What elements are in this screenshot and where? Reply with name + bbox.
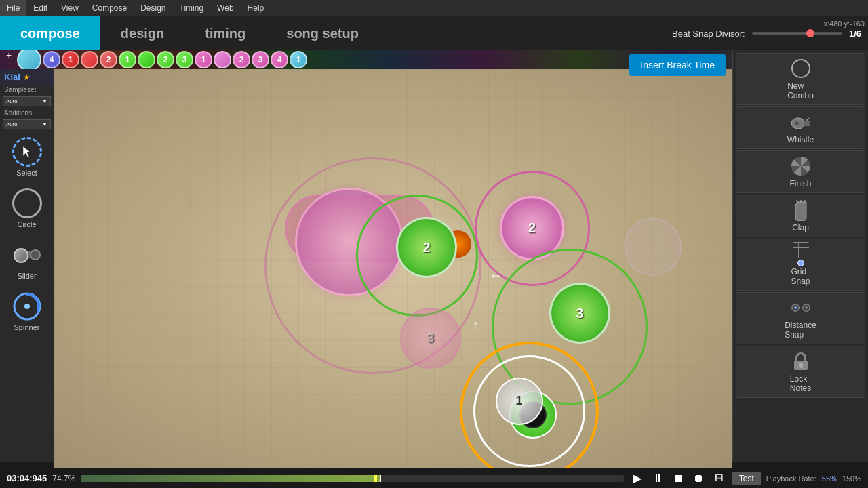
- menu-file[interactable]: File: [0, 0, 26, 16]
- tl-circle-4[interactable]: 2: [100, 51, 117, 68]
- grid-snap-dot: [797, 260, 804, 266]
- tl-circle-5[interactable]: 1: [119, 51, 136, 68]
- select-dashed-circle: [12, 137, 42, 167]
- insert-break-button[interactable]: Insert Break Time: [629, 54, 726, 76]
- hit-circle-pink-1[interactable]: [295, 188, 403, 296]
- finish-button[interactable]: Finish: [736, 150, 865, 193]
- timeline-progress-fill: [81, 475, 379, 482]
- tl-circle-10[interactable]: [214, 51, 231, 68]
- menu-view[interactable]: View: [54, 0, 85, 16]
- hit-circle-pink-2[interactable]: 2: [500, 196, 564, 260]
- tl-circle-11[interactable]: 2: [233, 51, 250, 68]
- spinner-tool[interactable]: Spinner: [0, 285, 54, 337]
- cursor-svg: [20, 145, 34, 159]
- timeline-cursor: [380, 475, 381, 482]
- finish-icon: [790, 155, 812, 177]
- sampleset-dropdown[interactable]: Auto ▼: [3, 96, 51, 106]
- spinner-inner-content: 1: [496, 378, 564, 445]
- editor-canvas[interactable]: 2 2 3 3 1: [54, 69, 732, 468]
- beatsnap-slider[interactable]: [752, 32, 842, 35]
- tl-circle-3[interactable]: [81, 51, 98, 68]
- test-button[interactable]: Test: [732, 472, 761, 485]
- new-combo-button[interactable]: NewCombo: [736, 53, 865, 105]
- beatsnap-panel: x:480 y:-160 Beat Snap Divisor: 1/6: [665, 16, 868, 50]
- menu-compose[interactable]: Compose: [85, 0, 134, 16]
- tl-circle-0[interactable]: [17, 50, 41, 69]
- kiai-star-icon: ★: [23, 73, 31, 82]
- tl-circle-14[interactable]: 1: [290, 51, 307, 68]
- tl-circle-2[interactable]: 1: [62, 51, 79, 68]
- whistle-icon: [790, 111, 812, 133]
- svg-line-6: [806, 118, 809, 121]
- play-button[interactable]: ▶: [629, 470, 646, 487]
- menu-web[interactable]: Web: [210, 0, 240, 16]
- grid-snap-button[interactable]: GridSnap: [736, 239, 865, 291]
- select-tool[interactable]: Select: [0, 131, 54, 182]
- spinner-svg: [12, 291, 42, 321]
- whistle-svg: [790, 114, 812, 130]
- distance-snap-icon: [790, 297, 812, 319]
- bottom-bar: 03:04:945 74.7% ▶ ⏸ ⏹ ⏺ 🎞 Test Playback …: [0, 468, 868, 488]
- time-display: 03:04:945: [7, 473, 47, 483]
- hit-circle-green-2[interactable]: 2: [396, 217, 457, 278]
- tab-design[interactable]: design: [100, 16, 184, 50]
- tl-circle-12[interactable]: 3: [252, 51, 269, 68]
- menu-edit[interactable]: Edit: [26, 0, 54, 16]
- new-combo-circle-icon: [791, 59, 810, 78]
- slider-tool-icon: [12, 239, 43, 270]
- lock-arc: [795, 352, 806, 361]
- kiai-label: Kiai: [4, 72, 20, 82]
- tl-circle-9[interactable]: 1: [195, 51, 212, 68]
- clap-icon: [790, 199, 812, 221]
- clap-label: Clap: [792, 223, 809, 232]
- svg-marker-0: [23, 146, 31, 157]
- bottom-timeline[interactable]: [81, 475, 624, 482]
- sampleset-label: Sampleset: [0, 85, 54, 95]
- menu-design[interactable]: Design: [134, 0, 172, 16]
- pause-button[interactable]: ⏸: [650, 470, 666, 487]
- distance-svg: [790, 300, 812, 316]
- menu-help[interactable]: Help: [241, 0, 271, 16]
- grid-snap-icon: [790, 243, 812, 265]
- coordinates-display: x:480 y:-160: [823, 20, 865, 28]
- stop-button[interactable]: ⏹: [670, 470, 686, 487]
- lock-keyhole: [799, 363, 803, 368]
- tl-circle-13[interactable]: 4: [271, 51, 288, 68]
- circle-shape: [12, 188, 42, 218]
- beatsnap-value: 1/6: [849, 28, 861, 39]
- hit-circle-pink-3-ghost: 3: [400, 308, 461, 369]
- tl-circle-1[interactable]: 4: [43, 51, 60, 68]
- tl-circle-7[interactable]: 2: [157, 51, 174, 68]
- distance-snap-button[interactable]: DistanceSnap: [736, 292, 865, 344]
- clap-button[interactable]: Clap: [736, 195, 865, 237]
- additions-dropdown[interactable]: Auto ▼: [3, 119, 51, 129]
- tl-circle-6[interactable]: [138, 51, 155, 68]
- ghost-circle-1: [624, 218, 682, 276]
- lock-notes-button[interactable]: LockNotes: [736, 346, 865, 398]
- minus-btn[interactable]: −: [3, 60, 14, 68]
- slider-tail-icon: [30, 249, 41, 260]
- whistle-button[interactable]: Whistle: [736, 106, 865, 149]
- sampleset-value: Auto: [6, 98, 17, 104]
- mode-button[interactable]: 🎞: [711, 470, 727, 487]
- menu-timing[interactable]: Timing: [173, 0, 211, 16]
- slider-tool[interactable]: Slider: [0, 234, 54, 285]
- tab-compose[interactable]: compose: [0, 16, 100, 50]
- canvas-background: 2 2 3 3 1: [54, 69, 732, 468]
- tl-circle-8[interactable]: 3: [176, 51, 193, 68]
- beatsnap-label: Beat Snap Divisor:: [672, 28, 745, 39]
- spinner-inner-ring: 1: [473, 355, 585, 467]
- hit-circle-green-3[interactable]: 3: [549, 283, 610, 344]
- plus-minus-controls[interactable]: + −: [3, 51, 14, 68]
- svg-rect-4: [804, 121, 810, 126]
- additions-value: Auto: [6, 121, 17, 127]
- circle-tool[interactable]: Circle: [0, 182, 54, 234]
- record-button[interactable]: ⏺: [690, 470, 707, 487]
- finish-label: Finish: [789, 179, 811, 188]
- spinner-number-1: 1: [496, 378, 543, 425]
- svg-point-5: [795, 121, 799, 125]
- tab-timing[interactable]: timing: [184, 16, 266, 50]
- tab-songsetup[interactable]: song setup: [266, 16, 379, 50]
- whistle-label: Whistle: [787, 135, 814, 144]
- playback-rate-value: 55%: [822, 474, 837, 483]
